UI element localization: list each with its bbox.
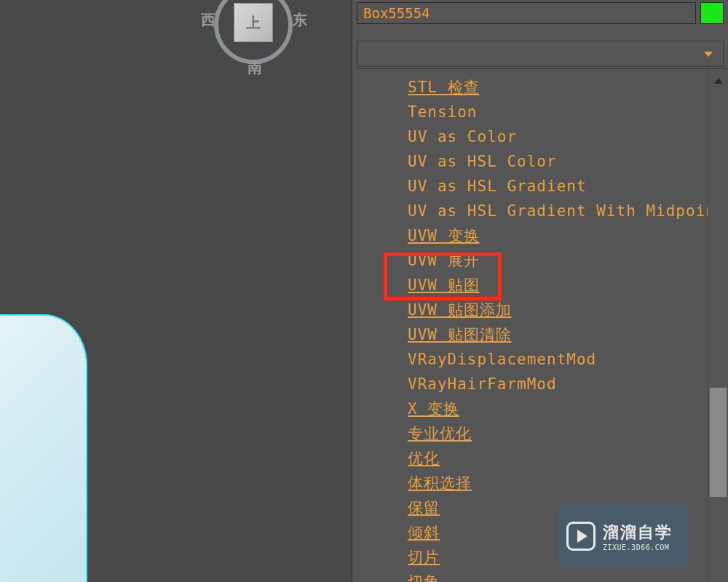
modifier-dropdown-header[interactable] xyxy=(357,41,724,67)
scroll-thumb[interactable] xyxy=(710,388,727,497)
object-color-swatch[interactable] xyxy=(700,2,724,24)
watermark-text: 溜溜自学 ZIXUE.3D66.COM xyxy=(603,522,673,551)
modifier-item[interactable]: 专业优化 xyxy=(408,421,708,446)
viewcube[interactable]: 上 西 东 南 xyxy=(197,0,313,80)
modifier-item[interactable]: 优化 xyxy=(408,446,708,471)
watermark-sub: ZIXUE.3D66.COM xyxy=(603,543,673,551)
watermark-main: 溜溜自学 xyxy=(603,522,673,543)
modifier-item[interactable]: VRayHairFarmMod xyxy=(408,372,708,396)
modifier-item[interactable]: 体积选择 xyxy=(408,471,708,495)
modifier-item[interactable]: UV as Color xyxy=(408,124,708,149)
modifier-item[interactable]: UV as HSL Gradient xyxy=(408,174,708,199)
object-name-input[interactable] xyxy=(357,2,696,24)
modifier-item[interactable]: UVW 贴图添加 xyxy=(408,298,708,322)
chevron-down-icon xyxy=(704,52,713,57)
compass-south[interactable]: 南 xyxy=(248,58,262,78)
modifier-item[interactable]: Tension xyxy=(408,100,708,124)
model-object[interactable] xyxy=(0,314,87,582)
modifier-item[interactable]: UVW 展开 xyxy=(408,248,708,273)
viewcube-face-top[interactable]: 上 xyxy=(234,3,273,42)
watermark: 溜溜自学 ZIXUE.3D66.COM xyxy=(558,505,689,567)
scroll-up-icon[interactable] xyxy=(708,69,728,92)
compass-west[interactable]: 西 xyxy=(201,10,215,30)
modifier-item[interactable]: VRayDisplacementMod xyxy=(408,347,708,372)
modifier-item[interactable]: STL 检查 xyxy=(408,75,708,100)
modifier-item[interactable]: UV as HSL Color xyxy=(408,149,708,174)
modifier-item[interactable]: UVW 贴图清除 xyxy=(408,322,708,347)
modifier-item[interactable]: 切角 xyxy=(408,570,708,582)
play-icon xyxy=(566,522,596,551)
modifier-item[interactable]: X 变换 xyxy=(408,396,708,421)
object-name-row xyxy=(357,0,724,26)
viewport-3d[interactable]: 上 西 东 南 xyxy=(0,0,351,582)
modifier-item[interactable]: UV as HSL Gradient With Midpoint xyxy=(408,199,708,223)
compass-east[interactable]: 东 xyxy=(293,10,307,30)
modifier-item-uvw-map[interactable]: UVW 贴图 xyxy=(408,273,708,298)
scrollbar[interactable] xyxy=(708,69,728,582)
modify-panel: STL 检查 Tension UV as Color UV as HSL Col… xyxy=(351,0,728,582)
modifier-item[interactable]: UVW 变换 xyxy=(408,223,708,248)
